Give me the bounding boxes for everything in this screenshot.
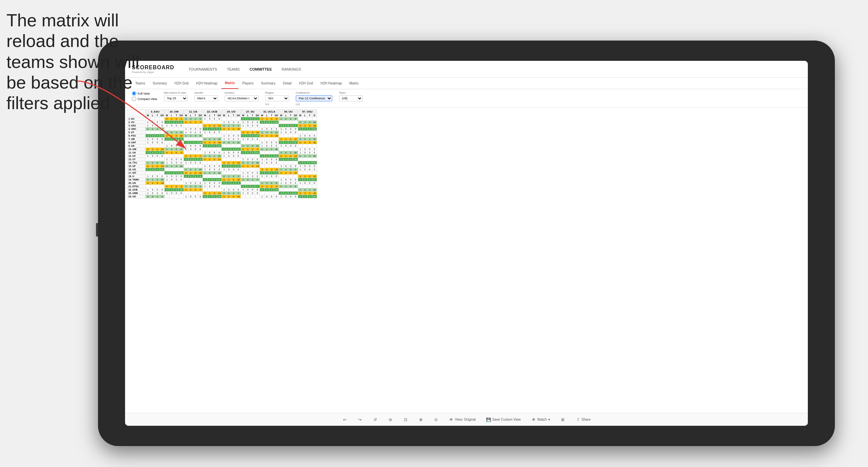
watch-btn[interactable]: 👁 Watch ▾ — [529, 416, 553, 423]
matrix-cell — [250, 141, 255, 144]
matrix-cell: 2 — [188, 188, 193, 192]
matrix-cell: 2 — [298, 138, 303, 141]
matrix-cell: 2 — [260, 171, 265, 175]
matrix-cell: 0 — [174, 175, 179, 178]
refresh-btn[interactable]: ↺ — [370, 416, 380, 423]
region-label: Region — [265, 91, 289, 94]
matrix-cell: 0 — [146, 148, 150, 151]
matrix-cell: 0 — [208, 165, 212, 168]
save-custom-btn[interactable]: 💾 Save Custom View — [483, 416, 523, 423]
matrix-cell: 0 — [179, 144, 184, 148]
sub-nav-h2h-heatmap2[interactable]: H2H Heatmap — [317, 78, 345, 89]
matrix-cell: 0 — [155, 154, 160, 158]
division-select[interactable]: NCAA Division I NCAA Division II NCAA Di… — [225, 95, 259, 101]
matrix-cell: 0 — [269, 154, 274, 158]
sub-nav-summary1[interactable]: Summary — [149, 78, 170, 89]
undo-btn[interactable]: ↩ — [340, 416, 350, 423]
matrix-cell: 3 — [203, 195, 208, 198]
matrix-cell: 0 — [169, 138, 174, 141]
matrix-cell: 1 — [146, 121, 150, 124]
matrix-cell: 0 — [226, 181, 231, 185]
sub-nav-h2h-grid2[interactable]: H2H Grid — [295, 78, 316, 89]
sub-nav-matrix2[interactable]: Matrix — [346, 78, 362, 89]
redo-btn[interactable]: ↪ — [355, 416, 365, 423]
matrix-cell — [284, 188, 288, 192]
matrix-cell: 0 — [288, 127, 293, 131]
sub-nav-matrix1[interactable]: Matrix — [221, 78, 238, 89]
bottom-toolbar: ↩ ↪ ↺ ⊖ ⊡ ⊕ ⊙ 👁 View: Original — [125, 413, 808, 426]
matrix-cell — [212, 134, 217, 138]
matrix-cell: 2 — [222, 192, 226, 195]
matrix-cell: 1 — [222, 134, 226, 138]
max-teams-select[interactable]: Top 25 Top 50 All — [164, 95, 188, 101]
team-select[interactable]: (All) — [339, 95, 363, 101]
matrix-cell — [288, 148, 293, 151]
view-original-btn[interactable]: 👁 View: Original — [446, 416, 479, 423]
matrix-cell: 0 — [245, 158, 250, 161]
nav-tournaments[interactable]: TOURNAMENTS — [185, 66, 221, 73]
nav-rankings[interactable]: RANKINGS — [278, 66, 305, 73]
table-row: 5. UT201610001000020-19120111000 — [127, 131, 317, 134]
sub-nav-players[interactable]: Players — [239, 78, 257, 89]
zoom-out-btn[interactable]: ⊖ — [385, 416, 395, 423]
matrix-cell — [222, 171, 226, 175]
matrix-cell — [188, 124, 193, 127]
matrix-cell: 0 — [174, 124, 179, 127]
matrix-cell: -14 — [160, 165, 165, 168]
sub-nav-h2h-grid1[interactable]: H2H Grid — [171, 78, 192, 89]
matrix-cell — [265, 192, 269, 195]
nav-committee[interactable]: COMMITTEE — [245, 66, 276, 73]
matrix-area[interactable]: 3. ASU 10. UW 11. UA 22. UCB 24. UO 27. … — [125, 108, 808, 413]
grid-btn[interactable]: ⊞ — [558, 416, 568, 423]
matrix-cell — [231, 158, 236, 161]
matrix-cell — [169, 168, 174, 171]
table-row: 3. ASU10001000020-11012710001005010-16 — [127, 124, 317, 127]
matrix-cell: 2 — [222, 148, 226, 151]
matrix-cell: 0 — [174, 121, 179, 124]
matrix-cell: 0 — [155, 188, 160, 192]
timer-btn[interactable]: ⊙ — [431, 416, 441, 423]
fit-btn[interactable]: ⊡ — [401, 416, 411, 423]
matrix-cell — [269, 192, 274, 195]
sub-nav-h2h-heatmap1[interactable]: H2H Heatmap — [193, 78, 221, 89]
matrix-cell — [284, 148, 288, 151]
matrix-cell: 6 — [179, 131, 184, 134]
matrix-cell: 0 — [231, 168, 236, 171]
matrix-cell — [217, 148, 222, 151]
matrix-cell: 0 — [226, 134, 231, 138]
matrix-cell — [165, 154, 169, 158]
matrix-cell: 2 — [284, 138, 288, 141]
matrix-cell: 0 — [212, 185, 217, 188]
gender-select[interactable]: Men's Women's — [194, 95, 218, 101]
share-btn[interactable]: ⤴ Share — [573, 416, 594, 423]
region-select[interactable]: N/A East West — [265, 95, 289, 101]
zoom-in-btn[interactable]: ⊕ — [416, 416, 426, 423]
conference-select[interactable]: Pac-12 Conference (All) — [296, 95, 332, 101]
matrix-cell: 2 — [169, 185, 174, 188]
matrix-cell: 1 — [165, 158, 169, 161]
matrix-cell: 1 — [241, 175, 245, 178]
matrix-cell: 1 — [303, 192, 307, 195]
matrix-cell: 0 — [250, 144, 255, 148]
matrix-cell: 0 — [260, 134, 265, 138]
save-icon: 💾 — [486, 417, 491, 422]
matrix-cell: 0 — [231, 188, 236, 192]
sub-nav-detail[interactable]: Detail — [280, 78, 295, 89]
matrix-cell: 20 — [217, 171, 222, 175]
matrix-cell: 0 — [226, 154, 231, 158]
matrix-cell: 0 — [155, 138, 160, 141]
sub-nav-summary2[interactable]: Summary — [258, 78, 279, 89]
matrix-cell: 2 — [212, 138, 217, 141]
fit-icon: ⊡ — [403, 417, 408, 422]
nav-teams[interactable]: TEAMS — [223, 66, 244, 73]
matrix-cell: -12 — [293, 154, 298, 158]
timer-icon: ⊙ — [434, 417, 438, 422]
matrix-cell: 0 — [174, 178, 179, 181]
matrix-cell — [255, 141, 260, 144]
row-label: 14. TTU — [127, 161, 146, 165]
matrix-cell: 1 — [184, 148, 188, 151]
matrix-cell: 0 — [208, 185, 212, 188]
matrix-cell: 2 — [279, 158, 284, 161]
matrix-cell: 0 — [236, 138, 241, 141]
row-label: 12. UV — [127, 154, 146, 158]
